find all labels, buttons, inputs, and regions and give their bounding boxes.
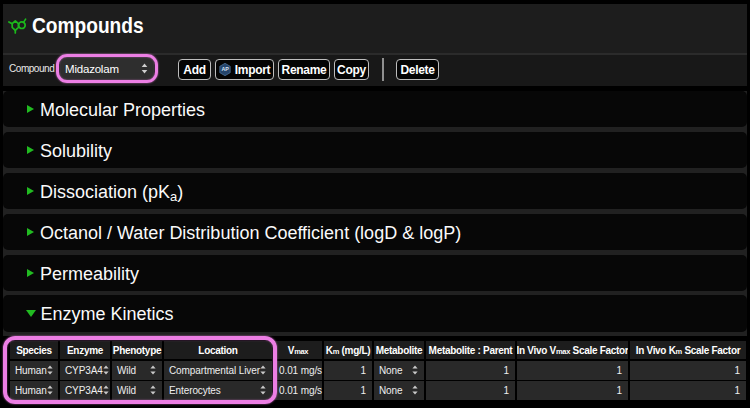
svg-text:AP: AP	[221, 66, 229, 72]
